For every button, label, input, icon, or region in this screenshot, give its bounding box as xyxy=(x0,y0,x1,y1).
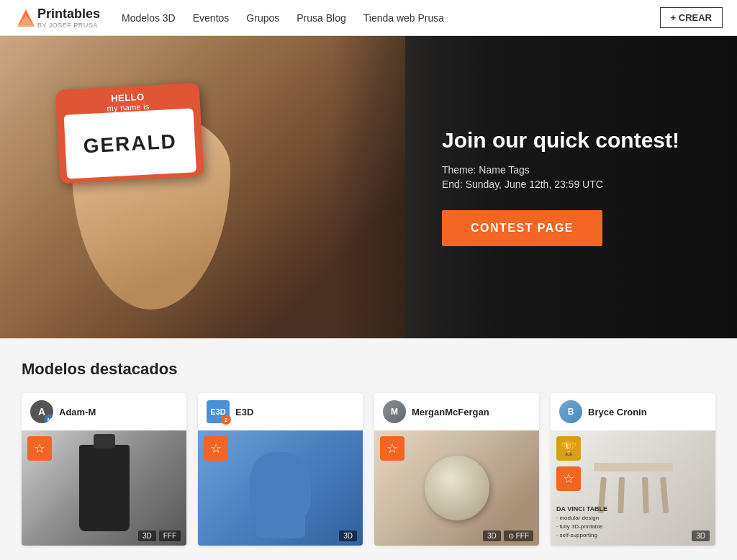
star-badge-bryce[interactable]: ☆ xyxy=(556,466,581,491)
username-e3d: E3D xyxy=(235,407,253,417)
star-badge-e3d[interactable]: ☆ xyxy=(204,436,228,461)
card-image-morgan: ☆ 3D ⊙ FFF xyxy=(374,430,539,546)
trophy-badge-bryce[interactable]: 🏆 xyxy=(556,436,581,461)
hero-theme: Theme: Name Tags xyxy=(442,164,679,176)
logo-main-text: Printables xyxy=(37,6,100,22)
tag-fff-adam: FFF xyxy=(159,530,181,541)
hero-end: End: Sunday, June 12th, 23:59 UTC xyxy=(442,179,679,190)
table-top xyxy=(594,463,673,471)
card-bryce[interactable]: B Bryce Cronin xyxy=(551,393,715,546)
tag-fff-morgan: ⊙ FFF xyxy=(504,530,533,541)
card-image-adam: ☆ 3D FFF xyxy=(22,430,186,546)
avatar-morgan: M xyxy=(383,400,406,423)
username-adam: Adam-M xyxy=(59,407,96,417)
tag-3d-morgan: 3D xyxy=(483,530,501,541)
leg-mid-right xyxy=(642,477,649,513)
card-morgan[interactable]: M MerganMcFergan ☆ 3D ⊙ FFF xyxy=(374,393,539,546)
tags-bryce: 3D xyxy=(692,530,710,541)
nav-item-modelos3d[interactable]: Modelos 3D xyxy=(122,12,176,24)
silhouette-orb xyxy=(425,456,489,520)
bryce-subtitle-1: DA VINCI TABLE xyxy=(556,505,607,515)
nametag-name: GERALD xyxy=(83,130,178,158)
avatar-initials-morgan: M xyxy=(391,407,398,417)
card-image-e3d: ☆ 3D xyxy=(198,430,363,546)
bryce-subtitle-4: · self-supporting xyxy=(556,531,607,540)
avatar-e3d: E3D 2 xyxy=(207,400,230,423)
header: Printables BY JOSEF PRUSA Modelos 3D Eve… xyxy=(0,0,737,36)
avatar-adam: A M xyxy=(30,400,53,423)
printables-logo-icon xyxy=(14,6,37,30)
logo-text: Printables BY JOSEF PRUSA xyxy=(37,6,100,29)
star-badge-adam[interactable]: ☆ xyxy=(27,436,52,461)
logo-sub-text: BY JOSEF PRUSA xyxy=(37,22,100,29)
star-badge-morgan[interactable]: ☆ xyxy=(380,436,404,461)
silhouette-tool xyxy=(79,445,130,531)
card-image-bryce: DA VINCI TABLE · modular design · fully … xyxy=(551,430,715,546)
star-icon-bryce: ☆ xyxy=(563,471,574,487)
silhouette-head xyxy=(250,452,311,524)
star-icon-morgan: ☆ xyxy=(386,441,398,456)
username-morgan: MerganMcFergan xyxy=(412,407,489,417)
nav-item-eventos[interactable]: Eventos xyxy=(193,12,230,24)
fff-icon-morgan: ⊙ xyxy=(508,532,514,540)
hero-banner: HELLO my name is GERALD Join our quick c… xyxy=(0,36,737,338)
hero-content: Join our quick contest! Theme: Name Tags… xyxy=(442,128,679,246)
card-adam[interactable]: A M Adam-M ☆ 3D FFF xyxy=(22,393,186,546)
tags-adam: 3D FFF xyxy=(138,530,181,541)
cards-grid: A M Adam-M ☆ 3D FFF xyxy=(22,393,715,546)
leg-mid-left xyxy=(618,477,625,513)
hand-container: HELLO my name is GERALD xyxy=(36,65,309,310)
main-nav: Modelos 3D Eventos Grupos Prusa Blog Tie… xyxy=(122,12,660,24)
card-header-morgan: M MerganMcFergan xyxy=(374,393,539,430)
bryce-card-text: DA VINCI TABLE · modular design · fully … xyxy=(556,505,607,541)
card-header-bryce: B Bryce Cronin xyxy=(551,393,715,430)
card-header-adam: A M Adam-M xyxy=(22,393,186,430)
tags-morgan: 3D ⊙ FFF xyxy=(483,530,533,541)
tag-3d-e3d: 3D xyxy=(339,530,357,541)
nametag-name-box: GERALD xyxy=(64,108,196,179)
tag-3d-bryce: 3D xyxy=(692,530,710,541)
avatar-badge-e3d: 2 xyxy=(221,415,231,425)
nav-item-tiendawebprusa[interactable]: Tienda web Prusa xyxy=(363,12,444,24)
tags-e3d: 3D xyxy=(339,530,357,541)
leg-right xyxy=(660,477,669,514)
card-e3d[interactable]: E3D 2 E3D ☆ 3D xyxy=(198,393,363,546)
nametag-prop: HELLO my name is GERALD xyxy=(55,83,204,184)
star-icon-e3d: ☆ xyxy=(210,441,222,456)
nav-item-grupos[interactable]: Grupos xyxy=(246,12,279,24)
username-bryce: Bryce Cronin xyxy=(588,407,647,417)
logo-area[interactable]: Printables BY JOSEF PRUSA xyxy=(14,6,100,30)
svg-marker-1 xyxy=(17,15,35,27)
bryce-subtitle-3: · fully 3D-printable xyxy=(556,523,607,531)
card-header-e3d: E3D 2 E3D xyxy=(198,393,363,430)
featured-models-section: Modelos destacados A M Adam-M ☆ 3D xyxy=(0,338,737,553)
contest-page-button[interactable]: CONTEST PAGE xyxy=(442,210,602,246)
create-button[interactable]: + CREAR xyxy=(660,7,723,28)
avatar-badge-adam: M xyxy=(45,415,53,423)
star-icon-adam: ☆ xyxy=(34,441,45,456)
tag-3d-adam: 3D xyxy=(138,530,156,541)
trophy-icon-bryce: 🏆 xyxy=(561,441,577,456)
section-title: Modelos destacados xyxy=(22,360,715,379)
avatar-initials-bryce: B xyxy=(568,407,574,417)
hero-title: Join our quick contest! xyxy=(442,128,679,153)
avatar-bryce: B xyxy=(559,400,582,423)
nav-item-prusablog[interactable]: Prusa Blog xyxy=(297,12,345,24)
bryce-subtitle-2: · modular design xyxy=(556,514,607,523)
avatar-initials-adam: A xyxy=(38,406,45,417)
